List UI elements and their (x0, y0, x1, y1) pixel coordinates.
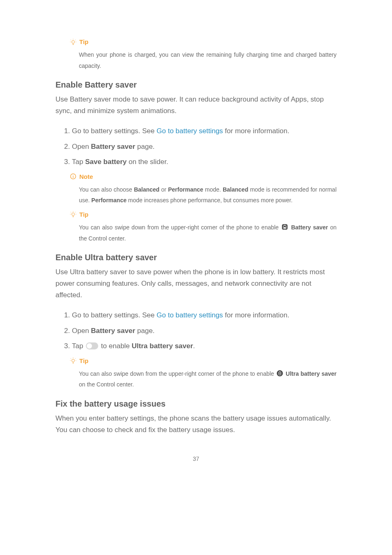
list-item: Open Battery saver page. (72, 323, 337, 339)
page-number: 37 (55, 456, 337, 462)
tip-body: You can also swipe down from the upper-r… (70, 222, 337, 244)
tip-callout-2: Tip You can also swipe down from the upp… (70, 211, 337, 244)
lightbulb-icon (70, 211, 76, 217)
step-text: Open (72, 327, 91, 335)
text: on the Control center. (79, 381, 134, 388)
text: or (159, 186, 168, 193)
step-text: page. (135, 143, 154, 150)
svg-point-2 (72, 213, 75, 216)
text: mode increases phone performance, but co… (127, 197, 293, 204)
section3-intro: When you enter battery settings, the pho… (55, 413, 337, 436)
svg-rect-10 (279, 371, 280, 372)
tip-body: When your phone is charged, you can view… (70, 49, 337, 71)
tip-label: Tip (79, 357, 88, 364)
list-item: Open Battery saver page. (72, 139, 337, 155)
link-go-to-battery-settings[interactable]: Go to battery settings (157, 311, 223, 319)
list-item: Tap to enable Ultra battery saver. (72, 338, 337, 354)
note-callout: Note You can also choose Balanced or Per… (70, 173, 337, 206)
text-bold: Ultra battery saver (286, 370, 337, 377)
tip-callout-3: Tip You can also swipe down from the upp… (70, 357, 337, 390)
lightbulb-icon (70, 39, 76, 45)
svg-rect-5 (284, 225, 286, 226)
svg-point-7 (72, 359, 75, 362)
info-icon (70, 173, 76, 180)
step-bold: Battery saver (91, 143, 135, 150)
ultra-battery-icon (276, 370, 284, 377)
step-text: page. (135, 327, 154, 335)
step-text: Tap (72, 342, 85, 350)
step-text: for more information. (223, 127, 290, 135)
heading-fix-battery-usage: Fix the battery usage issues (55, 399, 337, 409)
step-text: Go to battery settings. See (72, 311, 157, 319)
step-bold: Battery saver (91, 327, 135, 335)
step-bold: Save battery (85, 158, 127, 166)
text: mode. (203, 186, 223, 193)
heading-enable-ultra-battery-saver: Enable Ultra battery saver (55, 253, 337, 262)
callout-header: Tip (70, 38, 337, 45)
step-text: . (193, 342, 195, 350)
text-bold: Balanced (134, 186, 159, 193)
text: You can also choose (79, 186, 134, 193)
step-text: on the slider. (127, 158, 168, 166)
section2-intro: Use Ultra battery saver to save power wh… (55, 266, 337, 301)
callout-header: Tip (70, 357, 337, 364)
page-content: Tip When your phone is charged, you can … (0, 0, 392, 474)
list-item: Tap Save battery on the slider. (72, 154, 337, 170)
text-bold: Battery saver (291, 224, 328, 231)
step-bold: Ultra battery saver (132, 342, 193, 350)
callout-header: Note (70, 173, 337, 180)
list-item: Go to battery settings. See Go to batter… (72, 123, 337, 139)
step-text: to enable (99, 342, 131, 350)
tip-callout-1: Tip When your phone is charged, you can … (70, 38, 337, 71)
note-body: You can also choose Balanced or Performa… (70, 184, 337, 206)
section2-steps: Go to battery settings. See Go to batter… (55, 308, 337, 354)
heading-enable-battery-saver: Enable Battery saver (55, 80, 337, 90)
step-text: for more information. (223, 311, 290, 319)
tip-body: You can also swipe down from the upper-r… (70, 368, 337, 390)
text-bold: Balanced (223, 186, 248, 193)
text: You can also swipe down from the upper-r… (79, 370, 276, 377)
note-label: Note (79, 173, 93, 180)
list-item: Go to battery settings. See Go to batter… (72, 308, 337, 323)
svg-rect-6 (284, 227, 286, 228)
text-bold: Performance (168, 186, 203, 193)
step-text: Tap (72, 158, 85, 166)
lightbulb-icon (70, 357, 76, 364)
section1-intro: Use Battery saver mode to save power. It… (55, 94, 337, 117)
callout-header: Tip (70, 211, 337, 218)
toggle-off-icon (86, 342, 98, 349)
text-bold: Performance (91, 197, 127, 204)
svg-point-0 (72, 40, 75, 43)
step-text: Go to battery settings. See (72, 127, 157, 135)
section1-steps: Go to battery settings. See Go to batter… (55, 123, 337, 170)
step-text: Open (72, 143, 91, 150)
text: You can also swipe down from the upper-r… (79, 224, 281, 231)
link-go-to-battery-settings[interactable]: Go to battery settings (157, 127, 223, 135)
tip-label: Tip (79, 38, 88, 45)
battery-saver-icon (281, 223, 288, 231)
tip-label: Tip (79, 211, 88, 218)
